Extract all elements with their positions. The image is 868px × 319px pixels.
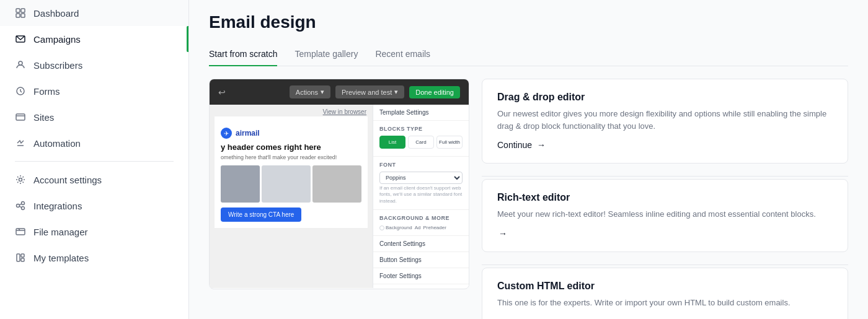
image-placeholder-3	[312, 165, 361, 203]
sidebar-label-campaigns: Campaigns	[33, 34, 81, 45]
sidebar-label-sites: Sites	[33, 112, 54, 123]
preview-test-button[interactable]: Preview and test ▾	[335, 85, 404, 98]
actions-chevron-icon: ▾	[321, 88, 324, 96]
svg-point-13	[22, 207, 25, 210]
forms-icon	[15, 85, 26, 97]
custom-html-arrow-icon: →	[497, 316, 508, 319]
rich-text-desc: Meet your new rich-text editor! Seamless…	[497, 208, 833, 221]
svg-line-14	[20, 204, 22, 205]
bg-chip-ad[interactable]: Ad	[415, 225, 421, 230]
cta-button[interactable]: Write a strong CTA here	[221, 208, 301, 222]
bg-chip-preheader[interactable]: Preheader	[423, 225, 446, 230]
editor-divider-1	[482, 176, 848, 177]
preview-body: View in browser ✈ airmail y header comes…	[210, 105, 469, 288]
bg-chip-background[interactable]: Background	[379, 225, 412, 230]
svg-rect-7	[16, 114, 25, 120]
svg-rect-17	[17, 254, 20, 261]
image-placeholder-2	[262, 165, 311, 203]
actions-button[interactable]: Actions ▾	[290, 85, 330, 98]
dashboard-icon	[15, 7, 26, 19]
drag-drop-arrow-icon: →	[536, 139, 547, 151]
sidebar-item-file-manager[interactable]: File manager	[0, 219, 188, 245]
campaigns-icon	[15, 33, 26, 45]
sidebar-item-dashboard[interactable]: Dashboard	[0, 0, 188, 26]
sidebar-item-account-settings[interactable]: Account settings	[0, 167, 188, 193]
blocks-type-label: BLOCKS TYPE	[379, 126, 463, 132]
done-editing-button[interactable]: Done editing	[409, 86, 460, 98]
right-panel: Drag & drop editor Our newest editor giv…	[482, 79, 848, 319]
template-settings-row[interactable]: Template Settings	[373, 105, 469, 121]
footer-settings-row[interactable]: Footer Settings	[373, 268, 469, 284]
drag-drop-desc: Our newest editor gives you more design …	[497, 108, 833, 132]
block-list-button[interactable]: List	[379, 136, 405, 149]
file-manager-icon	[15, 226, 26, 237]
sidebar: Dashboard Campaigns Subscribers	[0, 0, 189, 319]
rich-text-continue-link[interactable]: →	[497, 228, 833, 239]
email-subtext: omething here that'll make your reader e…	[221, 154, 361, 160]
font-label: FONT	[379, 162, 463, 168]
automation-icon	[15, 138, 26, 149]
tab-recent-emails[interactable]: Recent emails	[375, 43, 430, 66]
font-note: If an email client doesn't support web f…	[379, 185, 463, 204]
sidebar-item-campaigns[interactable]: Campaigns	[0, 26, 188, 52]
preview-canvas: View in browser ✈ airmail y header comes…	[210, 105, 373, 288]
view-in-browser-link[interactable]: View in browser	[210, 105, 373, 116]
sidebar-label-dashboard: Dashboard	[33, 8, 79, 19]
svg-rect-1	[21, 9, 25, 12]
svg-point-10	[19, 178, 22, 181]
drag-drop-editor-card: Drag & drop editor Our newest editor giv…	[482, 79, 848, 164]
tabs-bar: Start from scratch Template gallery Rece…	[209, 42, 848, 66]
svg-rect-19	[21, 258, 24, 261]
sidebar-item-subscribers[interactable]: Subscribers	[0, 52, 188, 78]
sidebar-label-file-manager: File manager	[33, 227, 88, 237]
sidebar-item-my-templates[interactable]: My templates	[0, 245, 188, 271]
svg-point-11	[17, 204, 20, 208]
block-fullwidth-button[interactable]: Full width	[436, 136, 463, 149]
font-select[interactable]: Poppins	[379, 172, 463, 184]
sidebar-item-integrations[interactable]: Integrations	[0, 193, 188, 219]
blocks-type-buttons: List Card Full width	[379, 136, 463, 149]
svg-rect-3	[21, 14, 25, 17]
email-header: y header comes right here	[221, 142, 361, 152]
drag-drop-continue-link[interactable]: Continue →	[497, 139, 833, 151]
sidebar-item-automation[interactable]: Automation	[0, 130, 188, 156]
svg-rect-2	[16, 14, 20, 17]
email-preview-card: ↩ Actions ▾ Preview and test ▾ Done edit…	[209, 79, 469, 289]
custom-html-continue-link[interactable]: →	[497, 316, 833, 319]
sidebar-label-my-templates: My templates	[33, 253, 89, 263]
bg-options: Background Ad Preheader	[379, 225, 463, 230]
page-title: Email design	[209, 12, 848, 32]
undo-icon[interactable]: ↩	[218, 87, 226, 97]
settings-panel: Template Settings BLOCKS TYPE List Card …	[373, 105, 469, 288]
font-section: FONT Poppins If an email client doesn't …	[373, 157, 469, 210]
rich-text-editor-card: Rich-text editor Meet your new rich-text…	[482, 179, 848, 252]
preview-topbar: ↩ Actions ▾ Preview and test ▾ Done edit…	[210, 79, 469, 105]
sidebar-label-automation: Automation	[33, 138, 81, 149]
sites-icon	[15, 111, 26, 123]
block-card-button[interactable]: Card	[408, 136, 434, 149]
svg-rect-18	[21, 254, 24, 257]
sidebar-item-sites[interactable]: Sites	[0, 104, 188, 130]
sidebar-item-forms[interactable]: Forms	[0, 78, 188, 104]
content-grid: ↩ Actions ▾ Preview and test ▾ Done edit…	[209, 79, 848, 319]
email-images	[221, 165, 361, 203]
bg-more-section: BACKGROUND & MORE Background Ad Preheade…	[373, 210, 469, 236]
integrations-icon	[15, 200, 26, 211]
preview-chevron-icon: ▾	[394, 88, 398, 96]
sidebar-label-forms: Forms	[33, 86, 60, 97]
editor-divider-2	[482, 264, 848, 265]
subscribers-icon	[15, 59, 26, 71]
email-content-area: ✈ airmail y header comes right here omet…	[215, 116, 368, 228]
tab-start-from-scratch[interactable]: Start from scratch	[209, 43, 277, 66]
tab-template-gallery[interactable]: Template gallery	[294, 43, 358, 66]
sidebar-divider	[15, 161, 174, 162]
svg-point-12	[22, 202, 25, 205]
rich-text-title: Rich-text editor	[497, 192, 833, 203]
svg-rect-0	[16, 9, 20, 12]
email-brand: ✈ airmail	[221, 123, 361, 142]
button-settings-row[interactable]: Button Settings	[373, 252, 469, 268]
custom-html-editor-card: Custom HTML editor This one is for the e…	[482, 268, 848, 320]
content-settings-row[interactable]: Content Settings	[373, 236, 469, 252]
custom-html-title: Custom HTML editor	[497, 281, 833, 292]
templates-icon	[15, 252, 26, 263]
